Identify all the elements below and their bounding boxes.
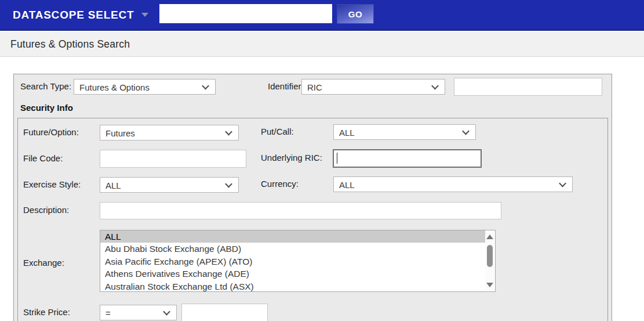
- strike-price-label: Strike Price:: [23, 306, 70, 318]
- exchange-option[interactable]: Abu Dhabi Stock Exchange (ABD): [100, 243, 485, 255]
- exchange-label: Exchange:: [23, 257, 64, 269]
- currency-select[interactable]: ALL: [333, 176, 573, 192]
- put-call-value: ALL: [339, 127, 355, 137]
- put-call-select[interactable]: ALL: [333, 124, 476, 140]
- chevron-down-icon: [225, 128, 232, 135]
- exchange-listbox[interactable]: ALLAbu Dhabi Stock Exchange (ABD)Asia Pa…: [100, 230, 496, 292]
- identifier-value: RIC: [307, 82, 322, 92]
- app-logo-menu[interactable]: DATASCOPE SELECT: [13, 0, 148, 30]
- exchange-option[interactable]: ALL: [100, 230, 485, 243]
- underlying-ric-label: Underlying RIC:: [261, 152, 322, 164]
- underlying-ric-input[interactable]: [333, 149, 482, 168]
- strike-price-operator-value: =: [105, 308, 111, 318]
- exchange-option[interactable]: Athens Derivatives Exchange (ADE): [100, 268, 485, 280]
- exchange-options: ALLAbu Dhabi Stock Exchange (ABD)Asia Pa…: [100, 230, 485, 291]
- put-call-label: Put/Call:: [261, 126, 294, 138]
- chevron-down-icon: [163, 308, 170, 315]
- future-option-label: Future/Option:: [23, 127, 79, 138]
- identifier-label: Identifier:: [268, 81, 304, 92]
- file-code-label: File Code:: [23, 153, 63, 164]
- app-logo-text: DATASCOPE SELECT: [13, 9, 134, 21]
- chevron-down-icon: [462, 127, 470, 135]
- description-label: Description:: [23, 204, 69, 216]
- text-cursor: [337, 153, 337, 164]
- scrollbar-thumb[interactable]: [487, 245, 493, 267]
- app-window: DATASCOPE SELECT GO Futures & Options Se…: [0, 0, 644, 321]
- page-title: Futures & Options Search: [10, 38, 130, 51]
- chevron-down-icon: [202, 82, 209, 89]
- exchange-scrollbar[interactable]: [485, 231, 494, 291]
- scroll-up-icon[interactable]: [486, 235, 493, 239]
- file-code-input[interactable]: [100, 150, 246, 168]
- identifier-input[interactable]: [454, 78, 602, 96]
- security-info-heading: Security Info: [20, 102, 73, 114]
- currency-value: ALL: [339, 179, 355, 189]
- search-type-select[interactable]: Futures & Options: [74, 79, 216, 95]
- global-search-input[interactable]: [159, 4, 332, 23]
- exercise-style-value: ALL: [105, 180, 121, 190]
- future-option-select[interactable]: Futures: [100, 125, 239, 140]
- page-header: Futures & Options Search: [0, 32, 644, 57]
- strike-price-input[interactable]: [181, 304, 268, 321]
- chevron-down-icon: [559, 179, 566, 187]
- search-type-label: Search Type:: [20, 81, 71, 92]
- description-input[interactable]: [100, 202, 501, 219]
- chevron-down-icon: [141, 13, 148, 17]
- chevron-down-icon: [431, 82, 439, 89]
- exercise-style-select[interactable]: ALL: [100, 177, 239, 193]
- go-button[interactable]: GO: [337, 4, 374, 24]
- exchange-option[interactable]: Asia Pacific Exchange (APEX) (ATO): [100, 255, 485, 268]
- top-navbar: DATASCOPE SELECT GO: [0, 0, 644, 31]
- strike-price-operator-select[interactable]: =: [100, 305, 177, 320]
- chevron-down-icon: [225, 180, 232, 187]
- scroll-down-icon[interactable]: [486, 283, 493, 287]
- currency-label: Currency:: [261, 178, 299, 190]
- search-type-value: Futures & Options: [79, 82, 150, 92]
- exchange-option[interactable]: Australian Stock Exchange Ltd (ASX): [100, 280, 485, 292]
- exercise-style-label: Exercise Style:: [23, 179, 81, 190]
- identifier-select[interactable]: RIC: [301, 79, 445, 95]
- future-option-value: Futures: [105, 128, 135, 138]
